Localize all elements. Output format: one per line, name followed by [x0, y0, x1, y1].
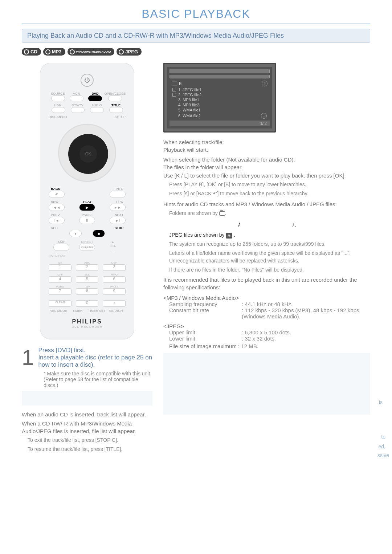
page-title: BASIC PLAYBACK [22, 7, 370, 21]
folder-icon [172, 81, 177, 86]
disc-icon [119, 49, 124, 54]
jpeg-icon: ◉ [226, 233, 232, 239]
badge-cd: CD [22, 48, 41, 56]
format-badges: CD MP3 WINDOWS MEDIA AUDIO JPEG [22, 48, 370, 56]
file-list-screenshot: B↑ 1JPEG file1 2JPEG file2 3MP3 file1 4M… [163, 63, 276, 133]
remote-illustration: ⏻ SOURCE VCR DVD OPEN/CLOSE HDMI DTV/TV … [40, 63, 134, 339]
music-note-icon: ♪ [237, 220, 241, 228]
step-1: 1 Press [DVD] first. Insert a playable d… [22, 347, 152, 388]
brand-logo: PHILIPS [49, 318, 126, 325]
ok-button-icon: OK [79, 145, 97, 163]
power-button-icon: ⏻ [81, 74, 94, 87]
page-title-bar: BASIC PLAYBACK [22, 7, 370, 24]
disc-icon [24, 49, 29, 54]
up-arrow-icon: ↑ [262, 81, 268, 86]
folder-icon [219, 211, 225, 216]
play-btn-icon: ▶ [79, 204, 95, 211]
music-note-icon: ♪. [292, 221, 296, 228]
disc-icon [70, 49, 75, 54]
dpad: OK [58, 124, 116, 182]
disc-icon [45, 49, 50, 54]
stop-btn-icon: ■ [93, 230, 105, 237]
subtitle: Playing Back an Audio CD and a CD-RW/-R … [22, 29, 370, 43]
obscured-region [22, 391, 152, 406]
badge-jpeg: JPEG [117, 48, 142, 56]
badge-wma: WINDOWS MEDIA AUDIO [68, 48, 115, 56]
down-arrow-icon: ↓ [261, 113, 267, 119]
obscured-region [163, 353, 370, 415]
back-btn-icon: ↶ [49, 191, 65, 198]
badge-mp3: MP3 [43, 48, 65, 56]
